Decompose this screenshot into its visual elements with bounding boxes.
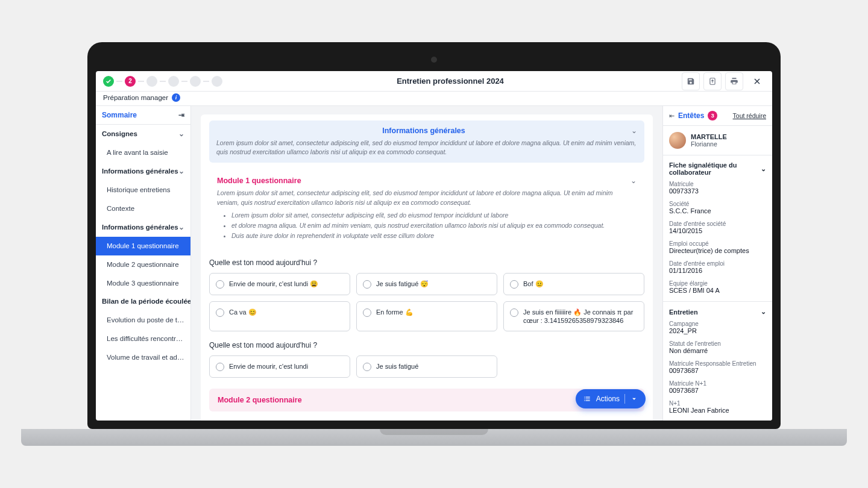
field: Emploi occupéDirecteur(trice) de comptes xyxy=(663,239,772,259)
chevron-down-icon: ⌄ xyxy=(761,165,766,173)
sidebar-item[interactable]: Volume de travail et adéquation xyxy=(96,348,190,367)
sidebar-item[interactable]: Contexte xyxy=(96,199,190,218)
sidebar-item[interactable]: Les difficultés rencontrées dans xyxy=(96,330,190,348)
card-description: Lorem ipsum dolor sit amet, consectetur … xyxy=(216,139,637,157)
radio-icon xyxy=(510,308,518,317)
print-button[interactable] xyxy=(725,72,743,90)
field: Campagne2024_PR xyxy=(663,319,772,339)
field: Matricule00973373 xyxy=(663,180,772,199)
radio-option[interactable]: Envie de mourir, c'est lundi xyxy=(209,355,350,378)
card-title: Informations générales xyxy=(216,127,637,135)
user-lastname: MARTELLE xyxy=(691,133,727,140)
right-panel-title: Entêtes xyxy=(678,111,704,120)
sidebar-item-active[interactable]: Module 1 questionnaire xyxy=(96,237,190,255)
field: Equipe élargieSCES / BMI 04 A xyxy=(663,279,772,299)
page-title: Entretien professionnel 2024 xyxy=(222,77,678,86)
field: N+1LEONI Jean Fabrice xyxy=(663,399,772,419)
sidebar-item[interactable]: Module 3 questionnaire xyxy=(96,274,190,293)
radio-icon xyxy=(216,363,224,371)
chevron-down-icon: ⌄ xyxy=(178,167,184,176)
radio-option[interactable]: Ca va 😊 xyxy=(209,301,350,332)
main-content: ⌄ Informations générales Lorem ipsum dol… xyxy=(191,106,662,421)
card-description: Lorem ipsum dolor sit amet, consectetur … xyxy=(217,189,637,240)
list-icon xyxy=(583,395,591,403)
step-upcoming xyxy=(168,76,179,87)
step-upcoming xyxy=(190,76,201,87)
chevron-down-icon: ⌄ xyxy=(761,308,766,316)
sidebar-section[interactable]: Consignes⌄ xyxy=(96,125,190,143)
info-icon[interactable]: i xyxy=(172,93,180,102)
sidebar-section[interactable]: Informations générales⌄ xyxy=(96,162,190,181)
app-window: 2 Entretien professionnel 2024 xyxy=(96,71,772,421)
sidebar: Sommaire ⇥ Consignes⌄ A lire avant la sa… xyxy=(96,106,191,421)
module-card: ⌄ Module 1 questionnaire Lorem ipsum dol… xyxy=(209,170,644,248)
sidebar-item[interactable]: Module 2 questionnaire xyxy=(96,255,190,274)
avatar xyxy=(669,132,686,149)
radio-option[interactable]: Je suis fatigué xyxy=(356,355,497,378)
question-label: Quelle est ton mood aujourd'hui ? xyxy=(209,341,644,349)
expand-panel-icon[interactable]: ⇤ xyxy=(669,112,675,120)
radio-icon xyxy=(363,363,371,371)
radio-icon xyxy=(216,308,224,317)
radio-option[interactable]: Envie de mourir, c'est lundi 😩 xyxy=(209,273,350,295)
right-panel: ⇤ Entêtes 3 Tout réduire MARTELLE Floria… xyxy=(662,106,772,421)
card-title: Module 1 questionnaire xyxy=(217,177,637,185)
actions-label: Actions xyxy=(596,395,620,403)
collapse-sidebar-icon[interactable]: ⇥ xyxy=(178,111,184,119)
field: Date d'entrée société14/10/2015 xyxy=(663,219,772,239)
user-firstname: Florianne xyxy=(691,140,727,148)
step-completed[interactable] xyxy=(103,76,114,87)
right-section-header[interactable]: Entretien⌄ xyxy=(663,301,772,319)
radio-option[interactable]: Je suis fatigué 😴 xyxy=(356,273,497,295)
actions-fab[interactable]: Actions xyxy=(576,389,646,408)
chevron-down-icon[interactable]: ⌄ xyxy=(631,177,637,185)
radio-option[interactable]: Je suis en fiiiiiire 🔥 Je connais π par … xyxy=(503,301,644,332)
field: Statut de l'entretienNon démarré xyxy=(663,339,772,359)
sidebar-section[interactable]: Informations générales⌄ xyxy=(96,218,190,237)
radio-option[interactable]: En forme 💪 xyxy=(356,301,497,332)
field: Matricule Responsable Entretien00973687 xyxy=(663,359,772,379)
field: Date d'entrée emploi01/11/2016 xyxy=(663,259,772,279)
radio-option[interactable]: Bof 😐 xyxy=(503,273,644,295)
chevron-down-icon xyxy=(630,395,638,403)
header-bar: 2 Entretien professionnel 2024 xyxy=(96,71,772,92)
radio-icon xyxy=(363,308,371,317)
sidebar-title: Sommaire xyxy=(102,111,137,119)
sidebar-item[interactable]: Historique entretiens xyxy=(96,181,190,199)
count-badge: 3 xyxy=(708,111,717,120)
chevron-down-icon: ⌄ xyxy=(178,223,184,232)
export-button[interactable] xyxy=(703,72,722,90)
step-upcoming xyxy=(146,76,157,87)
info-card: ⌄ Informations générales Lorem ipsum dol… xyxy=(209,120,644,163)
close-button[interactable] xyxy=(749,72,765,90)
step-current[interactable]: 2 xyxy=(125,76,136,87)
radio-icon xyxy=(510,280,518,289)
field: SociétéS.C.C. France xyxy=(663,199,772,219)
question-label: Quelle est ton mood aujourd'hui ? xyxy=(209,258,644,267)
breadcrumb: Préparation manager xyxy=(103,94,168,101)
header-subtitle-bar: Préparation manager i xyxy=(96,92,772,106)
radio-icon xyxy=(216,280,224,289)
sidebar-item[interactable]: A lire avant la saisie xyxy=(96,143,190,162)
sidebar-section[interactable]: Bilan de la période écoulée -⌄ xyxy=(96,292,190,311)
field: Matricule N+100973687 xyxy=(663,379,772,399)
progress-stepper: 2 xyxy=(103,76,222,87)
sidebar-item[interactable]: Evolution du poste de travail et xyxy=(96,311,190,330)
radio-icon xyxy=(363,280,371,289)
chevron-down-icon[interactable]: ⌄ xyxy=(631,127,637,135)
right-section-header[interactable]: Fiche signalétique du collaborateur⌄ xyxy=(663,155,772,180)
chevron-down-icon: ⌄ xyxy=(178,130,184,139)
user-card: MARTELLE Florianne xyxy=(663,126,772,155)
collapse-all-link[interactable]: Tout réduire xyxy=(733,112,766,119)
step-upcoming xyxy=(212,76,222,87)
save-button[interactable] xyxy=(682,72,700,90)
